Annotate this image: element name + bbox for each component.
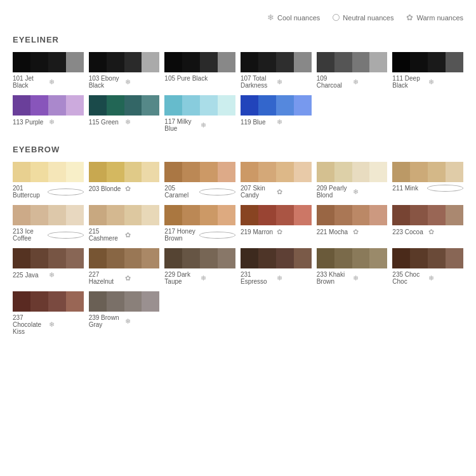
color-item-227[interactable]: 227 Hazelnut✿ xyxy=(89,248,160,285)
color-item-233[interactable]: 233 Khaki Brown❄ xyxy=(317,248,388,285)
nuance-icon-235: ❄ xyxy=(428,274,463,282)
color-item-109[interactable]: 109 Charcoal❄ xyxy=(317,52,388,89)
color-label-115: 115 Green❄ xyxy=(89,118,160,126)
swatch-235-0 xyxy=(392,248,410,268)
swatch-211-3 xyxy=(446,162,463,182)
color-name-233: 233 Khaki Brown xyxy=(317,271,352,285)
color-item-229[interactable]: 229 Dark Taupe❄ xyxy=(164,248,235,285)
swatch-213-0 xyxy=(13,205,30,225)
swatch-233-0 xyxy=(317,248,334,268)
color-item-207[interactable]: 207 Skin Candy✿ xyxy=(241,162,312,199)
neutral-filter[interactable]: Neutral nuances xyxy=(333,14,393,22)
color-label-237: 237 Chocolate Kiss❄ xyxy=(13,314,84,335)
color-item-209[interactable]: 209 Pearly Blond❄ xyxy=(317,162,388,199)
color-item-101[interactable]: 101 Jet Black❄ xyxy=(13,52,84,89)
nuance-icon-205 xyxy=(199,188,235,195)
swatch-211-2 xyxy=(428,162,446,182)
swatch-219-2 xyxy=(276,205,294,225)
swatch-row-219 xyxy=(241,205,312,225)
cool-filter[interactable]: ❄ Cool nuances xyxy=(267,13,320,22)
color-item-225[interactable]: 225 Java❄ xyxy=(13,248,84,285)
color-item-213[interactable]: 213 Ice Coffee xyxy=(13,205,84,242)
swatch-225-2 xyxy=(48,248,66,268)
color-name-217: 217 Honey Brown xyxy=(164,228,199,242)
swatch-115-0 xyxy=(89,95,107,116)
swatch-row-235 xyxy=(392,248,463,268)
swatch-105-1 xyxy=(182,52,200,72)
nuance-icon-239: ❄ xyxy=(125,317,160,326)
swatch-205-2 xyxy=(200,162,218,182)
nuance-icon-101: ❄ xyxy=(49,78,84,86)
color-name-227: 227 Hazelnut xyxy=(89,271,124,285)
color-label-203: 203 Blonde✿ xyxy=(89,185,160,193)
color-item-221[interactable]: 221 Mocha✿ xyxy=(317,205,388,242)
swatch-221-1 xyxy=(334,205,352,225)
swatch-103-1 xyxy=(107,52,124,72)
swatch-209-1 xyxy=(334,162,352,182)
swatch-row-119 xyxy=(241,95,312,116)
color-label-215: 215 Cashmere✿ xyxy=(89,228,160,242)
color-label-117: 117 Milky Blue❄ xyxy=(164,118,235,132)
nuance-icon-227: ✿ xyxy=(125,274,160,282)
neutral-icon xyxy=(333,14,340,21)
swatch-229-2 xyxy=(200,248,218,268)
color-item-217[interactable]: 217 Honey Brown xyxy=(164,205,235,242)
color-label-103: 103 Ebony Black❄ xyxy=(89,75,160,89)
color-name-113: 113 Purple xyxy=(13,119,48,126)
section-title-eyebrow: EYEBROW xyxy=(13,145,463,154)
color-label-113: 113 Purple❄ xyxy=(13,118,84,126)
swatch-109-1 xyxy=(334,52,352,72)
color-item-113[interactable]: 113 Purple❄ xyxy=(13,95,84,132)
swatch-101-0 xyxy=(13,52,30,72)
color-item-205[interactable]: 205 Caramel xyxy=(164,162,235,199)
color-item-223[interactable]: 223 Cocoa✿ xyxy=(392,205,463,242)
color-item-239[interactable]: 239 Brown Gray❄ xyxy=(89,291,160,335)
swatch-201-1 xyxy=(30,162,48,182)
swatch-209-0 xyxy=(317,162,334,182)
swatch-237-1 xyxy=(30,291,48,312)
color-item-219[interactable]: 219 Marron✿ xyxy=(241,205,312,242)
swatch-119-0 xyxy=(241,95,258,116)
nuance-icon-223: ✿ xyxy=(428,228,463,236)
color-label-207: 207 Skin Candy✿ xyxy=(241,185,312,199)
swatch-109-2 xyxy=(352,52,370,72)
swatch-219-1 xyxy=(258,205,276,225)
swatch-117-3 xyxy=(218,95,235,116)
swatch-107-3 xyxy=(294,52,312,72)
swatch-row-231 xyxy=(241,248,312,268)
swatch-227-2 xyxy=(124,248,142,268)
nuance-icon-117: ❄ xyxy=(201,121,235,129)
swatch-119-3 xyxy=(294,95,312,116)
swatch-113-0 xyxy=(13,95,30,116)
color-item-107[interactable]: 107 Total Darkness❄ xyxy=(241,52,312,89)
sections-container: EYELINER101 Jet Black❄103 Ebony Black❄10… xyxy=(13,35,463,335)
swatch-row-201 xyxy=(13,162,84,182)
color-item-237[interactable]: 237 Chocolate Kiss❄ xyxy=(13,291,84,335)
color-item-119[interactable]: 119 Blue❄ xyxy=(241,95,312,132)
color-item-103[interactable]: 103 Ebony Black❄ xyxy=(89,52,160,89)
swatch-row-107 xyxy=(241,52,312,72)
color-item-201[interactable]: 201 Buttercup xyxy=(13,162,84,199)
color-item-211[interactable]: 211 Mink xyxy=(392,162,463,199)
color-item-111[interactable]: 111 Deep Black❄ xyxy=(392,52,463,89)
swatch-115-1 xyxy=(107,95,124,116)
color-item-105[interactable]: 105 Pure Black xyxy=(164,52,235,89)
color-item-117[interactable]: 117 Milky Blue❄ xyxy=(164,95,235,132)
swatch-row-215 xyxy=(89,205,160,225)
color-item-203[interactable]: 203 Blonde✿ xyxy=(89,162,160,199)
color-item-231[interactable]: 231 Espresso❄ xyxy=(241,248,312,285)
color-label-239: 239 Brown Gray❄ xyxy=(89,314,160,328)
warm-filter[interactable]: ✿ Warm nuances xyxy=(406,13,463,22)
swatch-209-3 xyxy=(369,162,387,182)
swatch-223-3 xyxy=(446,205,463,225)
color-item-115[interactable]: 115 Green❄ xyxy=(89,95,160,132)
swatch-111-2 xyxy=(428,52,446,72)
color-item-235[interactable]: 235 Choc Choc❄ xyxy=(392,248,463,285)
color-name-235: 235 Choc Choc xyxy=(392,271,427,285)
swatch-233-1 xyxy=(334,248,352,268)
color-item-215[interactable]: 215 Cashmere✿ xyxy=(89,205,160,242)
swatch-229-3 xyxy=(218,248,235,268)
color-label-111: 111 Deep Black❄ xyxy=(392,75,463,89)
color-label-205: 205 Caramel xyxy=(164,185,235,199)
swatch-225-3 xyxy=(66,248,84,268)
